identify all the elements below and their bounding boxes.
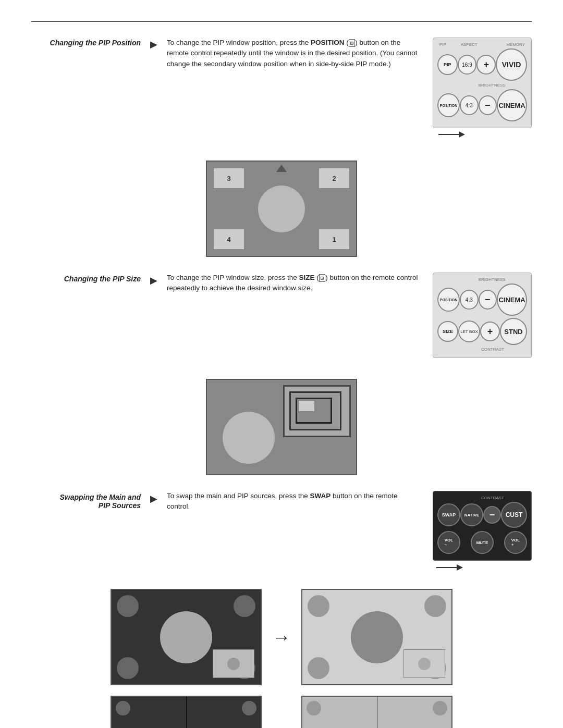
svg-marker-1 [276,165,287,172]
pip-size-remote: BRIGHTNESS POSITION 4:3 − CINEMA SIZE LE… [433,273,532,358]
pip-btn: PIP [437,54,458,75]
pip-position-label: Changing the PIP Position [31,38,146,47]
pip-inner-circle-a [418,658,431,670]
minus-btn-2: − [479,290,497,310]
arrow-svg [436,129,467,140]
plus-btn: + [476,55,496,75]
swap-diagrams: → [31,589,532,728]
remote-panel-3: CONTRAST SWAP NATIVE − CUST VOL− MUTE VO… [433,491,532,561]
pip-size-arrow: ▶ [146,273,162,286]
pip-position-content: To change the PIP window position, press… [162,38,422,69]
position-icon: ⊞ [349,39,356,47]
main-circle [160,611,212,663]
pip-position-remote: PIP ASPECT MEMORY PIP 16:9 + VIVID BRIGH… [433,38,532,140]
sbs-tl-l [116,701,130,715]
swap-remote: CONTRAST SWAP NATIVE − CUST VOL− MUTE VO… [433,491,532,573]
pip-arrow-top [276,165,287,174]
page-container: Changing the PIP Position ▶ To change th… [0,0,563,728]
remote-size-label-row-3: CONTRAST [437,347,527,352]
mute-btn: MUTE [471,531,494,554]
pip-position-title: Changing the PIP Position [50,39,141,47]
pip-window [213,649,254,678]
sbs-tl-la [307,701,321,715]
vol-plus-btn: VOL+ [504,531,527,554]
pip-size-content: To change the PIP window size, press the… [162,273,422,294]
cust-btn: CUST [501,502,527,528]
arrow-icon: ▶ [150,39,157,50]
swap-arrow-svg [434,562,465,573]
native-btn: NATIVE [460,503,483,526]
swap-title-line1: Swapping the Main and [59,493,141,501]
letbox-btn: LET BOX [458,320,480,342]
corner-tr [234,595,255,617]
remote-row-1: PIP 16:9 + VIVID [437,48,527,81]
swap-bold: SWAP [310,492,331,500]
swap-content: To swap the main and PIP sources, press … [162,491,422,512]
pip-size-arrow-icon: ▶ [150,275,157,286]
swap-text: To swap the main and PIP sources, press … [167,491,422,512]
plus-btn-2: + [480,322,500,341]
swap-before-sbs [111,696,262,728]
sbs-divider-a [377,697,378,728]
stnd-btn: STND [500,318,527,345]
swap-arrow-icon: ▶ [150,493,157,504]
pip-size-diagram [206,379,357,475]
position-bold: POSITION [311,39,345,46]
swap-btn: SWAP [437,503,460,526]
cinema-btn-2: CINEMA [497,283,527,316]
pip-box-2: 2 [319,168,350,189]
section-pip-size: Changing the PIP Size ▶ To change the PI… [31,273,532,358]
pip-window-a [403,649,445,678]
pip-position-arrow: ▶ [146,38,162,50]
remote-swap-label-row-0: CONTRAST [437,496,527,500]
aspect-43-btn-2: 4:3 [460,290,479,310]
swap-label: Swapping the Main and PIP Sources [31,491,146,510]
swap-row-1: → [31,589,532,685]
sbs-right-a [381,697,451,728]
size-circle-large [223,412,275,464]
pip-size-title: Changing the PIP Size [64,275,141,283]
section-swap: Swapping the Main and PIP Sources ▶ To s… [31,491,532,573]
pip-position-diagram-row: 3 2 4 1 [31,155,532,262]
corner-bl-a [308,657,329,679]
pip-box-3: 3 [213,168,244,189]
size-btn: SIZE [437,321,458,342]
top-border [31,21,532,22]
swap-after-sbs [301,696,452,728]
pip-size-text: To change the PIP window size, press the… [167,273,422,294]
pip-box-4: 4 [213,229,244,250]
remote-size-row-1: POSITION 4:3 − CINEMA [437,283,527,316]
aspect-43-btn: 4:3 [460,95,479,115]
minus-btn: − [479,95,497,115]
corner-tr-a [424,595,446,617]
pip-size-label: Changing the PIP Size [31,273,146,283]
remote-panel-1: PIP ASPECT MEMORY PIP 16:9 + VIVID BRIGH… [433,38,532,128]
size-pip-nested [283,385,351,437]
corner-bl [117,657,139,679]
remote-row-2: POSITION 4:3 − CINEMA [437,89,527,121]
aspect-169-btn: 16:9 [458,55,477,75]
pip-inner-circle [227,658,240,670]
main-circle-a [351,611,403,663]
remote-swap-row-1: SWAP NATIVE − CUST [437,502,527,528]
vivid-btn: VIVID [496,48,527,81]
pip-size-diagram-row [31,374,532,480]
position-btn-2: POSITION [437,288,460,312]
pip-center-circle [258,186,305,232]
pip-position-diagram: 3 2 4 1 [206,161,357,257]
sbs-tr-r [242,701,256,715]
remote-swap-row-2: VOL− MUTE VOL+ [437,531,527,554]
swap-arrow-right-1: → [272,626,291,648]
size-pip-content [299,401,314,411]
swap-before-pip [111,589,262,685]
swap-arrow: ▶ [146,491,162,504]
sbs-divider [186,697,187,728]
remote-size-label-row-0: BRIGHTNESS [437,277,527,282]
section-pip-position: Changing the PIP Position ▶ To change th… [31,38,532,140]
cinema-btn: CINEMA [497,89,527,121]
remote-panel-2: BRIGHTNESS POSITION 4:3 − CINEMA SIZE LE… [433,273,532,358]
corner-tl-a [308,595,329,617]
sbs-tr-ra [433,701,447,715]
swap-title-line2: PIP Sources [99,501,141,510]
pip-box-1: 1 [319,229,350,250]
